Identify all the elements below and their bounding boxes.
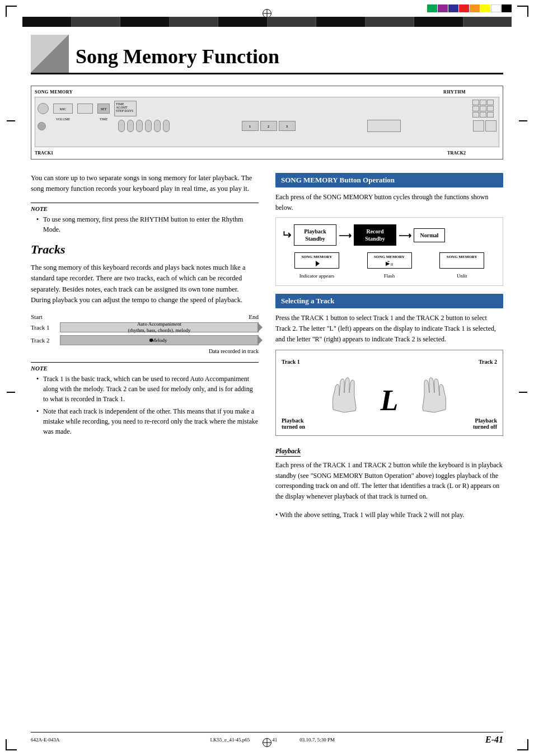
indicator-label-3: Unlit <box>427 273 497 279</box>
indicator-content-2: ▶̈ ||| <box>371 261 408 266</box>
record-standby-label: RecordStandby <box>365 228 385 242</box>
flow-arrow-1: ⟶ <box>339 230 352 241</box>
intro-text: You can store up to two separate songs i… <box>31 173 259 195</box>
l-display: L <box>381 386 399 415</box>
page-footer: 642A-E-043A LK55_e_41-45.p65 41 03.10.7,… <box>31 732 503 745</box>
indicator-col-3: SONG MEMORY Unlit <box>427 252 497 279</box>
footer-date: 03.10.7, 5:30 PM <box>299 737 335 743</box>
footer-page-num: 41 <box>272 737 277 743</box>
playback-text: Each press of the TRACK 1 and TRACK 2 bu… <box>275 460 503 501</box>
right-hand-icon <box>406 376 451 415</box>
note-label-2: NOTE <box>31 365 259 372</box>
right-column: SONG MEMORY Button Operation Each press … <box>275 173 503 528</box>
data-recorded-label: Data recorded in track <box>31 348 259 354</box>
note-box-2: NOTE Track 1 is the basic track, which c… <box>31 362 259 436</box>
track1-disp-label: Track 1 <box>282 359 300 365</box>
corner-mark-bl <box>6 739 17 750</box>
kbd-top-labels: SONG MEMORY RHYTHM <box>35 90 499 95</box>
selecting-track-heading: Selecting a Track <box>275 294 503 308</box>
footer-page-label: E-41 <box>485 735 503 745</box>
keyboard-hands-area: L <box>282 370 497 415</box>
indicator-btn-3: SONG MEMORY <box>439 252 484 269</box>
side-mark-right-2 <box>519 392 527 393</box>
track2-row-label: Track 2 <box>31 337 60 344</box>
note-item-1: To use song memory, first press the RHYT… <box>36 214 259 234</box>
track1-label: TRACK1 <box>35 151 53 156</box>
track2-content: Melody <box>152 337 167 343</box>
note-item-2-1: Note that each track is independent of t… <box>36 406 259 436</box>
keyboard-diagram-box: SONG MEMORY RHYTHM MIC VOLUME SET TIME T… <box>31 86 503 159</box>
playback-subsection-heading: Playback <box>275 447 301 457</box>
track1-arrow <box>257 322 263 332</box>
indicator-btn-2: SONG MEMORY ▶̈ ||| <box>367 252 412 269</box>
playback-off-label: Playbackturned off <box>473 417 497 430</box>
curved-arrow-icon: ↵ <box>282 228 292 242</box>
track-disp-row-labels: Track 1 Track 2 <box>282 359 497 365</box>
track1-row: Track 1 Auto Accompaniment(rhythm, bass,… <box>31 322 259 332</box>
indicator-label-2: Flash <box>354 273 425 279</box>
tracks-heading: Tracks <box>31 242 259 257</box>
playback-on-col: Playbackturned on <box>282 417 305 430</box>
note-list-1: To use song memory, first press the RHYT… <box>31 214 259 234</box>
left-hand-icon <box>327 376 372 415</box>
selecting-track-description: Press the TRACK 1 button to select Track… <box>275 313 503 344</box>
indicator-label-1: Indicator appears <box>282 273 352 279</box>
left-column: You can store up to two separate songs i… <box>31 173 259 528</box>
flow-arrow-2: ⟶ <box>399 230 411 241</box>
playback-off-col: Playbackturned off <box>473 417 497 430</box>
playback-on-label: Playbackturned on <box>282 417 305 430</box>
side-mark-left <box>7 120 15 121</box>
record-standby-box: RecordStandby <box>354 224 396 246</box>
corner-mark-br <box>517 739 528 750</box>
keyboard-image-area: MIC VOLUME SET TIME TIME AGSMTSTEP DAYS <box>35 97 499 147</box>
note-box-1: NOTE To use song memory, first press the… <box>31 203 259 234</box>
normal-label: Normal <box>420 232 439 238</box>
note-list-2: Track 1 is the basic track, which can be… <box>31 374 259 436</box>
track2-disp-label: Track 2 <box>479 359 497 365</box>
start-label: Start <box>31 313 43 320</box>
track2-label: TRACK2 <box>447 151 466 156</box>
playback-labels-row: Playbackturned on Playbackturned off <box>282 417 497 430</box>
tracks-text: The song memory of this keyboard records… <box>31 262 259 306</box>
song-memory-flow: ↵ PlaybackStandby ⟶ RecordStandby ⟶ Norm… <box>282 224 497 246</box>
indicator-content-1 <box>298 261 335 266</box>
playback-standby-box: PlaybackStandby <box>294 224 336 246</box>
indicator-col-2: SONG MEMORY ▶̈ ||| Flash <box>354 252 425 279</box>
end-label: End <box>249 313 259 320</box>
track1-bar: Auto Accompaniment(rhythm, bass, chords)… <box>60 322 259 332</box>
song-memory-label: SONG MEMORY <box>35 90 73 95</box>
corner-mark-tr <box>517 6 528 17</box>
footer-center-area: LK55_e_41-45.p65 41 03.10.7, 5:30 PM <box>210 737 335 743</box>
track-display-diagram: Track 1 Track 2 L <box>275 350 503 436</box>
side-mark-left-2 <box>7 392 15 393</box>
page-title: Song Memory Function <box>31 45 503 74</box>
footer-doc-id: 642A-E-043A <box>31 737 60 743</box>
song-memory-flow-diagram: ↵ PlaybackStandby ⟶ RecordStandby ⟶ Norm… <box>275 217 503 286</box>
track2-row: Track 2 Melody <box>31 335 259 345</box>
song-memory-description: Each press of the SONG MEMORY button cyc… <box>275 192 503 213</box>
side-mark-right <box>519 120 527 121</box>
note-label-1: NOTE <box>31 205 259 212</box>
normal-box: Normal <box>414 228 445 242</box>
flash-icon: ▶̈ <box>386 261 390 266</box>
top-strip <box>22 17 512 27</box>
track2-bar: Melody <box>60 335 259 345</box>
note-item-2-0: Track 1 is the basic track, which can be… <box>36 374 259 404</box>
song-memory-indicators: SONG MEMORY Indicator appears SONG MEMOR… <box>282 252 497 279</box>
corner-mark-tl <box>6 6 17 17</box>
indicator-content-3 <box>443 261 480 266</box>
track1-content: Auto Accompaniment(rhythm, bass, chords)… <box>128 321 191 334</box>
triangle-icon <box>316 261 320 266</box>
color-bar <box>427 4 512 12</box>
kbd-bottom-labels: TRACK1 TRACK2 <box>35 151 499 156</box>
indicator-btn-1: SONG MEMORY <box>294 252 339 269</box>
track2-arrow <box>257 335 263 345</box>
track1-row-label: Track 1 <box>31 324 60 331</box>
song-memory-section-heading: SONG MEMORY Button Operation <box>275 173 503 187</box>
indicator-col-1: SONG MEMORY Indicator appears <box>282 252 352 279</box>
rhythm-label: RHYTHM <box>443 90 466 95</box>
footer-filename: LK55_e_41-45.p65 <box>210 737 250 743</box>
title-decoration <box>31 35 69 73</box>
track-diagram: Start End Track 1 Auto Accompaniment(rhy… <box>31 313 259 354</box>
playback-standby-label: PlaybackStandby <box>304 228 326 242</box>
